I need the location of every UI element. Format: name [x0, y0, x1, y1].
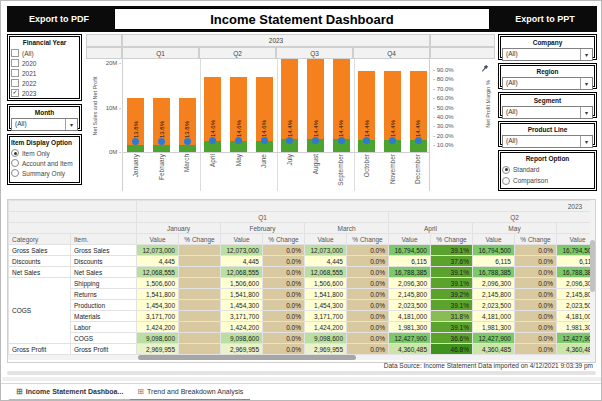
company-dropdown[interactable]: (All)▾: [502, 48, 593, 61]
chevron-down-icon[interactable]: ▾: [580, 78, 592, 89]
chevron-down-icon[interactable]: ▾: [580, 49, 592, 60]
year-option-2023[interactable]: ✓2023: [11, 88, 78, 98]
change-cell: [179, 333, 221, 344]
segment-filter-title: Segment: [502, 97, 593, 104]
item-cell: Shipping: [71, 278, 137, 289]
segment-dropdown-value: (All): [503, 107, 580, 118]
value-cell: 12,068,555: [221, 267, 263, 278]
change-cell: 0.0%: [347, 311, 389, 322]
margin-label: 14.4%: [337, 111, 345, 137]
value-cell: 2,969,955: [221, 344, 263, 355]
month-label: January: [132, 154, 140, 192]
item-display-option-summary-only[interactable]: Summary Only: [11, 168, 78, 178]
margin-label: 14.4%: [389, 111, 397, 137]
table-quarter-header: Q1: [137, 212, 389, 223]
y1-tick-label: 0M -: [109, 149, 121, 155]
report-option-comparison[interactable]: Comparison: [502, 175, 593, 186]
item-display-option-label: Account and Item: [22, 160, 73, 167]
value-cell: 3,171,700: [305, 311, 347, 322]
column-header-row: CategoryItem.Value% ChangeValue% ChangeV…: [9, 234, 597, 245]
table-row: Returns1,541,8001,541,8000.0%1,541,8000.…: [9, 289, 597, 300]
change-cell: 0.0%: [347, 289, 389, 300]
value-cell: 1,541,800: [221, 289, 263, 300]
margin-dot[interactable]: [184, 138, 191, 145]
year-header-row: 2023: [9, 201, 597, 212]
change-cell: 0.0%: [515, 278, 557, 289]
chart-corner-cell: [430, 34, 495, 47]
radio-icon[interactable]: [11, 159, 19, 167]
year-option-2020[interactable]: 2020: [11, 58, 78, 68]
value-cell: 4,360,485: [473, 344, 515, 355]
checkbox-icon[interactable]: ✓: [11, 89, 19, 97]
year-option-2022[interactable]: 2022: [11, 78, 78, 88]
radio-icon[interactable]: [11, 149, 19, 157]
chevron-down-icon[interactable]: ▾: [65, 119, 77, 130]
net-profit-bar[interactable]: [153, 145, 170, 152]
table-row: DiscountsDiscounts4,4454,4450.0%4,4450.0…: [9, 256, 597, 267]
value-column-header: Value: [389, 234, 431, 245]
pin-icon[interactable]: [481, 58, 489, 66]
app-horizontal-scrollbar[interactable]: [2, 377, 602, 381]
company-filter-title: Company: [502, 39, 593, 46]
company-dropdown-value: (All): [503, 49, 580, 60]
report-horizontal-scrollbar[interactable]: [7, 371, 596, 375]
change-cell: 39.1%: [431, 322, 473, 333]
change-cell: 39.2%: [431, 289, 473, 300]
chart-month-axis: JanuaryFebruaryMarchAprilMayJuneJulyAugu…: [122, 153, 430, 191]
region-filter: Region(All)▾: [498, 63, 597, 89]
value-cell: 1,454,300: [305, 300, 347, 311]
margin-dot[interactable]: [261, 137, 268, 144]
company-filter: Company(All)▾: [498, 34, 597, 60]
value-cell: 1,506,600: [137, 278, 179, 289]
margin-dot[interactable]: [158, 138, 165, 145]
product-line-dropdown[interactable]: (All)▾: [502, 135, 593, 148]
report-option-title: Report Option: [502, 155, 593, 162]
chevron-down-icon[interactable]: ▾: [580, 107, 592, 118]
region-dropdown[interactable]: (All)▾: [502, 77, 593, 90]
y2-tick-label: - 90.0%: [433, 67, 454, 73]
checkbox-icon[interactable]: [11, 59, 19, 67]
month-label: May: [235, 154, 243, 192]
radio-icon[interactable]: [502, 177, 510, 185]
table-hscroll-thumb[interactable]: [138, 355, 356, 360]
product-line-filter: Product Line(All)▾: [498, 121, 597, 147]
change-cell: 0.0%: [263, 300, 305, 311]
report-option-filter: Report OptionStandardComparison: [498, 150, 597, 191]
radio-icon[interactable]: [502, 166, 510, 174]
chevron-down-icon[interactable]: ▾: [580, 136, 592, 147]
report-option-standard[interactable]: Standard: [502, 164, 593, 175]
chart-year-header: 2023: [122, 34, 430, 47]
checkbox-icon[interactable]: [11, 69, 19, 77]
checkbox-icon[interactable]: [11, 79, 19, 87]
table-month-header: March: [305, 223, 389, 234]
year-option-label: (All): [22, 50, 34, 57]
item-cell: Production: [71, 300, 137, 311]
quarter-header-row: Q1Q2: [9, 212, 597, 223]
table-row: Net SalesNet Sales12,068,55512,068,5550.…: [9, 267, 597, 278]
year-option-all[interactable]: (All): [11, 48, 78, 58]
product-line-dropdown-value: (All): [503, 136, 580, 147]
item-display-option-item-only[interactable]: Item Only: [11, 148, 78, 158]
dashboard-page: Export to PDF Income Statement Dashboard…: [0, 0, 602, 401]
net-profit-bar[interactable]: [127, 145, 144, 152]
radio-icon[interactable]: [11, 169, 19, 177]
year-option-2021[interactable]: 2021: [11, 68, 78, 78]
item-display-option-account-and-item[interactable]: Account and Item: [11, 158, 78, 168]
export-pdf-button[interactable]: Export to PDF: [7, 6, 111, 32]
sheet-tab-trend-and-breakdown-analysis[interactable]: ⊞Trend and Breakdown Analysis: [130, 384, 250, 401]
change-cell: 0.0%: [515, 311, 557, 322]
page-title: Income Statement Dashboard: [114, 8, 490, 30]
change-cell: 36.6%: [431, 333, 473, 344]
month-dropdown[interactable]: (All) ▾: [11, 118, 78, 131]
table-vscroll-thumb[interactable]: [590, 240, 595, 292]
chart-quarter-header-q2: Q2: [199, 47, 276, 59]
segment-dropdown[interactable]: (All)▾: [502, 106, 593, 119]
net-profit-bar[interactable]: [179, 145, 196, 152]
change-cell: 31.8%: [431, 311, 473, 322]
quarter-separator: [200, 153, 201, 191]
export-ppt-button[interactable]: Export to PPT: [493, 6, 597, 32]
income-statement-table: 2023Q1Q2JanuaryFebruaryMarchAprilMayJune…: [7, 199, 596, 363]
y1-tick-label: 20M -: [106, 60, 121, 66]
sheet-tab-income-statement-dashboa[interactable]: ⊞Income Statement Dashboa...: [9, 384, 130, 401]
checkbox-icon[interactable]: [11, 49, 19, 57]
